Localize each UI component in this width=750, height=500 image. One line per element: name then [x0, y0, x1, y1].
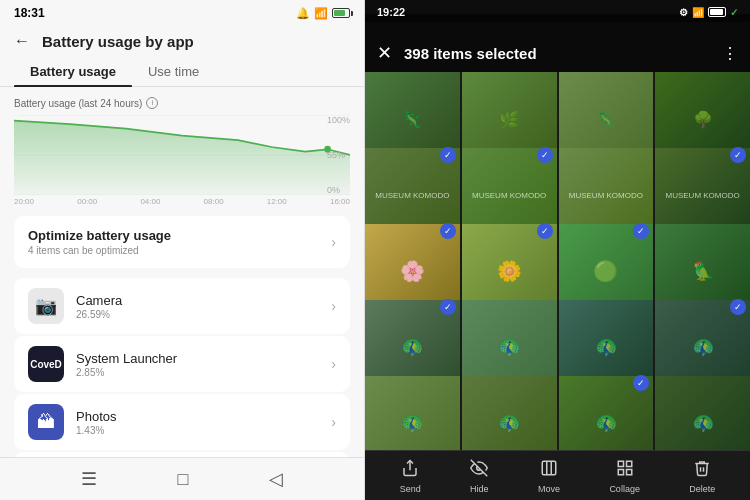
svg-marker-3	[14, 121, 350, 195]
optimize-title: Optimize battery usage	[28, 228, 171, 243]
menu-icon[interactable]: ☰	[81, 468, 97, 490]
photo-check-icon: ✓	[633, 375, 649, 391]
apps-list: 📷 Camera 26.59% › CoveD System Launcher …	[0, 274, 364, 457]
right-signal-icon: 📶	[692, 7, 704, 18]
photo-check-icon: ✓	[537, 223, 553, 239]
photo-check-icon: ✓	[730, 147, 746, 163]
collage-nav-item[interactable]: Collage	[609, 459, 640, 494]
right-status-bar: 19:22 ⚙ 📶 ✓	[365, 0, 750, 22]
chart-label: Battery usage (last 24 hours) i	[14, 97, 350, 109]
photos-app-usage: 1.43%	[76, 425, 116, 436]
camera-app-name: Camera	[76, 293, 122, 308]
chart-container: 100% 55% 0%	[14, 115, 350, 195]
back-button[interactable]: ←	[14, 32, 30, 50]
chart-x-labels: 20:00 00:00 04:00 08:00 12:00 16:00	[14, 195, 350, 206]
delete-label: Delete	[689, 484, 715, 494]
app-item-camera[interactable]: 📷 Camera 26.59% ›	[14, 278, 350, 334]
launcher-app-usage: 2.85%	[76, 367, 177, 378]
photo-cell[interactable]: 🦚	[365, 376, 460, 450]
right-bottom-nav: Send Hide Move Collage Delete	[365, 450, 750, 500]
photo-check-icon: ✓	[537, 147, 553, 163]
photos-app-icon: 🏔	[28, 404, 64, 440]
hide-label: Hide	[470, 484, 489, 494]
battery-fill	[334, 10, 345, 16]
left-status-icons: 🔔 📶	[296, 7, 350, 20]
move-label: Move	[538, 484, 560, 494]
camera-app-usage: 26.59%	[76, 309, 122, 320]
right-header-actions: ⋮	[722, 44, 738, 63]
svg-rect-9	[626, 461, 631, 466]
camera-app-icon: 📷	[28, 288, 64, 324]
chart-y-labels: 100% 55% 0%	[327, 115, 350, 195]
notification-icon: 🔔	[296, 7, 310, 20]
photo-thumbnail: 🦚	[462, 376, 557, 450]
right-panel: 19:22 ⚙ 📶 ✓ ✕ 398 items selected ⋮ 🦎 ✓	[365, 0, 750, 500]
photo-thumbnail: 🦚	[365, 376, 460, 450]
right-gear-icon: ⚙	[679, 7, 688, 18]
move-icon	[540, 459, 558, 482]
right-battery-fill	[710, 9, 723, 15]
battery-chart-svg	[14, 115, 350, 195]
left-panel: 18:31 🔔 📶 ← Battery usage by app Battery…	[0, 0, 365, 500]
svg-rect-11	[626, 470, 631, 475]
back-nav-icon[interactable]: ◁	[269, 468, 283, 490]
send-icon	[401, 459, 419, 482]
photo-check-icon: ✓	[440, 299, 456, 315]
collage-icon	[616, 459, 634, 482]
photos-app-name: Photos	[76, 409, 116, 424]
launcher-chevron-icon: ›	[331, 356, 336, 372]
svg-rect-8	[618, 461, 623, 466]
photo-cell[interactable]: 🦚	[462, 376, 557, 450]
left-header: ← Battery usage by app	[0, 24, 364, 56]
left-time: 18:31	[14, 6, 45, 20]
delete-nav-item[interactable]: Delete	[689, 459, 715, 494]
info-icon: i	[146, 97, 158, 109]
page-title: Battery usage by app	[42, 33, 194, 50]
collage-label: Collage	[609, 484, 640, 494]
hide-icon	[470, 459, 488, 482]
svg-rect-10	[618, 470, 623, 475]
photo-check-icon: ✓	[633, 223, 649, 239]
right-status-icons: ⚙ 📶 ✓	[679, 7, 738, 18]
photo-cell[interactable]: 🦚	[655, 376, 750, 450]
right-time: 19:22	[377, 6, 405, 18]
left-status-bar: 18:31 🔔 📶	[0, 0, 364, 24]
photo-check-icon: ✓	[730, 299, 746, 315]
svg-rect-7	[542, 461, 556, 475]
app-item-launcher[interactable]: CoveD System Launcher 2.85% ›	[14, 336, 350, 392]
right-battery-check: ✓	[730, 7, 738, 18]
selected-count-label: 398 items selected	[404, 45, 537, 62]
hide-nav-item[interactable]: Hide	[470, 459, 489, 494]
right-battery-icon	[708, 7, 726, 17]
tab-battery-usage[interactable]: Battery usage	[14, 56, 132, 86]
photo-check-icon: ✓	[440, 223, 456, 239]
battery-chart-section: Battery usage (last 24 hours) i	[0, 87, 364, 210]
left-bottom-nav: ☰ □ ◁	[0, 457, 364, 500]
battery-icon	[332, 8, 350, 18]
launcher-app-icon: CoveD	[28, 346, 64, 382]
photo-thumbnail: 🦚	[655, 376, 750, 450]
optimize-text: Optimize battery usage 4 items can be op…	[28, 228, 171, 256]
optimize-battery-card[interactable]: Optimize battery usage 4 items can be op…	[14, 216, 350, 268]
optimize-subtitle: 4 items can be optimized	[28, 245, 171, 256]
move-nav-item[interactable]: Move	[538, 459, 560, 494]
right-header: ✕ 398 items selected ⋮	[365, 14, 750, 72]
tab-use-time[interactable]: Use time	[132, 56, 215, 86]
app-item-photos[interactable]: 🏔 Photos 1.43% ›	[14, 394, 350, 450]
optimize-chevron-icon: ›	[331, 234, 336, 250]
tab-bar: Battery usage Use time	[0, 56, 364, 87]
delete-icon	[693, 459, 711, 482]
close-button[interactable]: ✕	[377, 42, 392, 64]
wifi-icon: 📶	[314, 7, 328, 20]
send-label: Send	[400, 484, 421, 494]
share-action-icon[interactable]: ⋮	[722, 44, 738, 63]
camera-chevron-icon: ›	[331, 298, 336, 314]
photo-check-icon: ✓	[440, 147, 456, 163]
send-nav-item[interactable]: Send	[400, 459, 421, 494]
photos-chevron-icon: ›	[331, 414, 336, 430]
launcher-app-name: System Launcher	[76, 351, 177, 366]
home-icon[interactable]: □	[178, 469, 189, 490]
